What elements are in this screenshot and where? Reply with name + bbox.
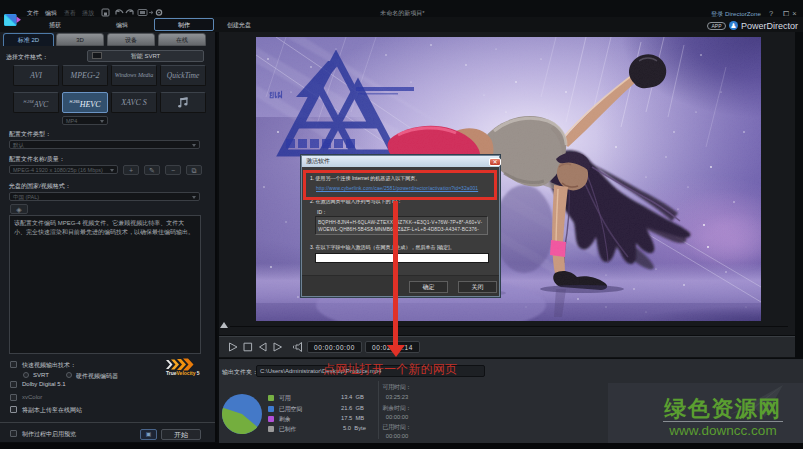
svg-text:TrueVelocity 5: TrueVelocity 5 <box>166 370 200 376</box>
